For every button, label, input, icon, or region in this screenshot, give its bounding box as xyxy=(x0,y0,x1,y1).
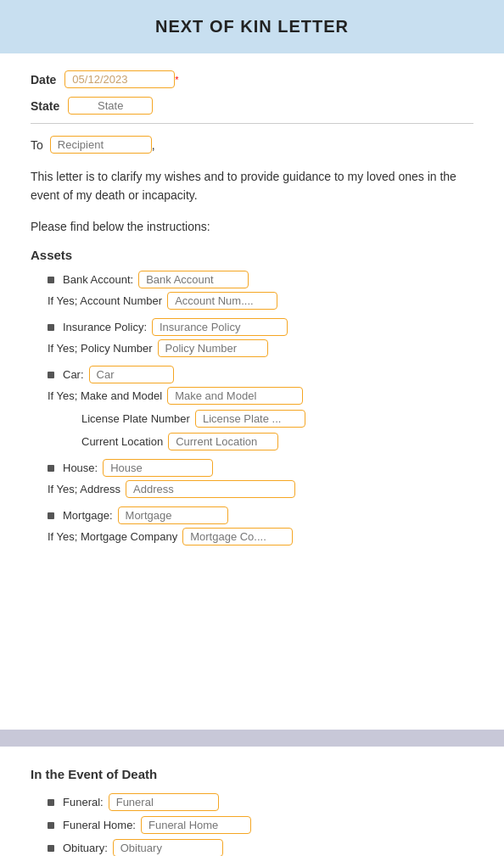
page-separator xyxy=(0,730,504,747)
make-model-input[interactable] xyxy=(167,387,303,405)
bullet-icon xyxy=(48,845,54,852)
car-label: Car: xyxy=(63,368,84,381)
policy-number-input[interactable] xyxy=(158,339,268,357)
comma: , xyxy=(152,138,155,152)
bullet-icon xyxy=(48,277,54,283)
page-header: NEXT OF KIN LETTER xyxy=(0,0,504,53)
house-input[interactable] xyxy=(103,459,213,477)
obituary-item: Obituary: xyxy=(48,839,473,856)
address-input[interactable] xyxy=(126,480,295,498)
bank-account-input[interactable] xyxy=(138,271,249,288)
death-section: In the Event of Death Funeral: Funeral H… xyxy=(0,747,504,856)
funeral-input[interactable] xyxy=(109,793,219,811)
current-location-label: Current Location xyxy=(81,435,163,448)
recipient-input[interactable] xyxy=(50,136,152,154)
account-number-label: If Yes; Account Number xyxy=(48,294,162,307)
bullet-icon xyxy=(48,799,54,806)
mortgage-label: Mortgage: xyxy=(63,509,113,522)
state-row: State xyxy=(31,97,473,115)
mortgage-input[interactable] xyxy=(118,506,228,524)
make-model-label: If Yes; Make and Model xyxy=(48,389,162,402)
license-plate-label: License Plate Number xyxy=(81,412,190,425)
state-input[interactable] xyxy=(68,97,153,115)
bullet-icon xyxy=(48,372,54,378)
bank-account-item: Bank Account: xyxy=(48,271,473,288)
date-asterisk: * xyxy=(175,75,178,85)
obituary-input[interactable] xyxy=(113,839,223,856)
state-label: State xyxy=(31,99,59,113)
car-item: Car: xyxy=(48,366,473,383)
account-number-row: If Yes; Account Number xyxy=(48,292,473,310)
account-number-input[interactable] xyxy=(167,292,277,310)
mortgage-item: Mortgage: xyxy=(48,506,473,524)
body-text-2: Please find below the instructions: xyxy=(31,217,473,236)
bullet-icon xyxy=(48,465,54,472)
funeral-home-input[interactable] xyxy=(141,816,251,834)
insurance-label: Insurance Policy: xyxy=(63,321,147,333)
make-model-row: If Yes; Make and Model xyxy=(48,387,473,405)
date-row: Date * xyxy=(31,70,473,88)
body-text-1: This letter is to clarify my wishes and … xyxy=(31,167,473,205)
current-location-row: Current Location xyxy=(81,433,473,450)
license-plate-input[interactable] xyxy=(195,410,305,428)
death-title: In the Event of Death xyxy=(31,767,473,781)
to-row: To , xyxy=(31,136,473,154)
date-input[interactable] xyxy=(64,70,175,88)
obituary-label: Obituary: xyxy=(63,842,108,854)
license-plate-row: License Plate Number xyxy=(81,410,473,428)
house-item: House: xyxy=(48,459,473,477)
content-area: Date * State To , This letter is to clar… xyxy=(0,70,504,545)
page-2: In the Event of Death Funeral: Funeral H… xyxy=(0,747,504,856)
to-label: To xyxy=(31,138,43,152)
funeral-item: Funeral: xyxy=(48,793,473,811)
bullet-icon xyxy=(48,512,54,519)
policy-number-label: If Yes; Policy Number xyxy=(48,342,153,355)
funeral-home-label: Funeral Home: xyxy=(63,819,136,831)
address-label: If Yes; Address xyxy=(48,483,120,495)
divider xyxy=(31,123,473,124)
mortgage-company-input[interactable] xyxy=(182,528,293,545)
mortgage-company-row: If Yes; Mortgage Company xyxy=(48,528,473,545)
bullet-icon xyxy=(48,324,54,331)
house-label: House: xyxy=(63,462,98,474)
page-title: NEXT OF KIN LETTER xyxy=(0,17,504,36)
policy-number-row: If Yes; Policy Number xyxy=(48,339,473,357)
funeral-label: Funeral: xyxy=(63,796,104,808)
funeral-home-item: Funeral Home: xyxy=(48,816,473,834)
page-1: NEXT OF KIN LETTER Date * State To , Thi… xyxy=(0,0,504,730)
insurance-item: Insurance Policy: xyxy=(48,318,473,336)
assets-title: Assets xyxy=(31,248,473,262)
mortgage-company-label: If Yes; Mortgage Company xyxy=(48,530,177,543)
bank-account-label: Bank Account: xyxy=(63,273,133,286)
date-label: Date xyxy=(31,73,56,87)
bullet-icon xyxy=(48,822,54,829)
address-row: If Yes; Address xyxy=(48,480,473,498)
car-input[interactable] xyxy=(89,366,174,383)
current-location-input[interactable] xyxy=(168,433,278,450)
insurance-input[interactable] xyxy=(152,318,288,336)
